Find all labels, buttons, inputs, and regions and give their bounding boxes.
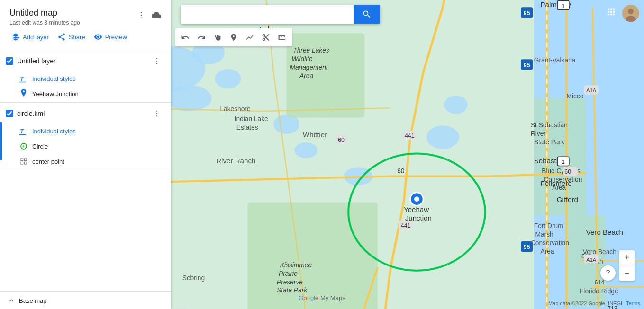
svg-text:Three Lakes: Three Lakes bbox=[293, 47, 329, 54]
svg-point-139 bbox=[156, 111, 157, 112]
crosshair-icon bbox=[19, 157, 28, 166]
svg-point-13 bbox=[294, 142, 317, 158]
undo-button[interactable] bbox=[177, 30, 193, 44]
tool-buttons bbox=[175, 28, 292, 46]
svg-text:60: 60 bbox=[338, 137, 345, 143]
svg-text:Area: Area bbox=[541, 248, 554, 255]
toolbar: Add layer Share Preview bbox=[0, 26, 171, 50]
svg-text:River Ranch: River Ranch bbox=[216, 157, 255, 165]
svg-text:Fort Drum: Fort Drum bbox=[534, 222, 563, 230]
sublayer-yeehaw[interactable]: Yeehaw Junction bbox=[17, 87, 163, 100]
cut-button[interactable] bbox=[258, 30, 274, 44]
measure-button[interactable] bbox=[274, 30, 290, 44]
preview-button[interactable]: Preview bbox=[90, 30, 131, 44]
svg-text:95: 95 bbox=[524, 62, 530, 69]
svg-text:T: T bbox=[20, 128, 25, 135]
svg-text:Micco: Micco bbox=[566, 93, 583, 100]
sublayer-individual-styles-0[interactable]: T Individual styles bbox=[17, 72, 163, 85]
svg-point-133 bbox=[141, 18, 142, 19]
preview-label: Preview bbox=[105, 34, 127, 41]
header: Untitled map Last edit was 3 minutes ago bbox=[0, 0, 171, 26]
svg-point-89 bbox=[414, 196, 419, 202]
grid-icon bbox=[606, 7, 617, 17]
svg-text:Conservation: Conservation bbox=[544, 176, 582, 183]
base-map-label: Base map bbox=[19, 297, 47, 304]
svg-text:Management: Management bbox=[290, 64, 328, 71]
svg-text:Whittier: Whittier bbox=[303, 131, 327, 139]
share-label: Share bbox=[69, 34, 85, 41]
layer-circle: circle.kml T Individual styl bbox=[0, 103, 171, 170]
svg-text:Vero Beach: Vero Beach bbox=[586, 228, 623, 236]
svg-text:Kissimmee: Kissimmee bbox=[280, 262, 312, 269]
svg-text:Prairie: Prairie bbox=[279, 270, 298, 277]
sidebar-stripe bbox=[0, 122, 2, 160]
help-button[interactable]: ? bbox=[600, 265, 616, 281]
svg-point-8 bbox=[215, 69, 241, 88]
layer-title-circle: circle.kml bbox=[17, 110, 147, 117]
svg-text:1: 1 bbox=[562, 159, 565, 165]
sublayer-label-center-point: center point bbox=[32, 158, 64, 165]
share-button[interactable]: Share bbox=[54, 30, 89, 44]
layer-header-circle: circle.kml bbox=[0, 103, 171, 124]
svg-text:St Sebastian: St Sebastian bbox=[531, 122, 568, 129]
redo-button[interactable] bbox=[193, 30, 209, 44]
svg-point-136 bbox=[156, 63, 157, 64]
svg-text:River: River bbox=[531, 130, 546, 137]
layer-more-untitled[interactable] bbox=[151, 55, 163, 67]
zoom-out-button[interactable]: − bbox=[619, 265, 635, 281]
svg-point-16 bbox=[444, 96, 467, 114]
layer-checkbox-untitled[interactable] bbox=[6, 57, 13, 65]
circle-outline-icon bbox=[19, 141, 28, 151]
add-marker-button[interactable] bbox=[226, 30, 242, 44]
svg-point-15 bbox=[426, 125, 459, 149]
svg-point-141 bbox=[156, 116, 157, 117]
zoom-in-button[interactable]: + bbox=[619, 250, 635, 265]
svg-rect-145 bbox=[21, 159, 23, 161]
map-subtitle: Last edit was 3 minutes ago bbox=[9, 19, 135, 26]
svg-text:Florida Ridge: Florida Ridge bbox=[580, 288, 618, 295]
draw-line-button[interactable] bbox=[242, 30, 258, 44]
svg-text:T: T bbox=[20, 76, 25, 82]
base-map-section[interactable]: Base map bbox=[0, 291, 171, 309]
layer-more-circle[interactable] bbox=[151, 107, 163, 120]
add-layer-label: Add layer bbox=[23, 34, 49, 41]
sublayer-label-yeehaw: Yeehaw Junction bbox=[32, 90, 79, 97]
zoom-controls: + − bbox=[619, 250, 635, 281]
layer-header-untitled: Untitled layer bbox=[0, 50, 171, 72]
map-footer: Map data ©2022 Google, INEGI Terms bbox=[175, 298, 644, 309]
styles-icon-0: T bbox=[19, 74, 28, 83]
terms-link[interactable]: Terms bbox=[626, 300, 640, 306]
search-input[interactable] bbox=[181, 5, 354, 24]
search-container bbox=[181, 5, 380, 24]
svg-text:Grant-Valkaria: Grant-Valkaria bbox=[534, 57, 576, 64]
svg-text:95: 95 bbox=[524, 244, 530, 250]
map-title: Untitled map bbox=[9, 8, 135, 18]
sublayer-circle-shape[interactable]: Circle bbox=[17, 140, 163, 153]
svg-text:Area: Area bbox=[299, 72, 313, 79]
sublayer-individual-styles-1[interactable]: T Individual styles bbox=[17, 124, 163, 138]
sublayer-label-styles-0: Individual styles bbox=[32, 75, 76, 82]
search-button[interactable] bbox=[354, 5, 380, 24]
map-title-block: Untitled map Last edit was 3 minutes ago bbox=[9, 8, 135, 26]
svg-text:60: 60 bbox=[564, 168, 571, 175]
sublayer-center-point[interactable]: center point bbox=[17, 155, 163, 168]
svg-text:Area: Area bbox=[552, 184, 566, 191]
add-layer-button[interactable]: Add layer bbox=[8, 30, 53, 44]
svg-text:441: 441 bbox=[401, 222, 411, 229]
apps-button[interactable] bbox=[604, 5, 618, 20]
hand-tool-button[interactable] bbox=[209, 30, 226, 44]
svg-text:A1A: A1A bbox=[586, 88, 596, 93]
layer-sublayer-circle: T Individual styles Cir bbox=[0, 124, 171, 170]
svg-text:Yeehaw: Yeehaw bbox=[404, 205, 429, 213]
svg-text:Indian Lake: Indian Lake bbox=[235, 115, 268, 123]
svg-point-135 bbox=[156, 61, 157, 62]
layer-checkbox-circle[interactable] bbox=[6, 110, 13, 117]
svg-rect-146 bbox=[24, 159, 27, 161]
layer-title-untitled: Untitled layer bbox=[17, 57, 147, 65]
save-to-drive-button[interactable] bbox=[150, 9, 163, 22]
avatar-image bbox=[622, 5, 639, 22]
svg-text:State Park: State Park bbox=[534, 139, 564, 146]
svg-text:Gifford: Gifford bbox=[557, 195, 578, 203]
avatar[interactable] bbox=[622, 5, 639, 22]
more-options-button[interactable] bbox=[135, 9, 148, 22]
